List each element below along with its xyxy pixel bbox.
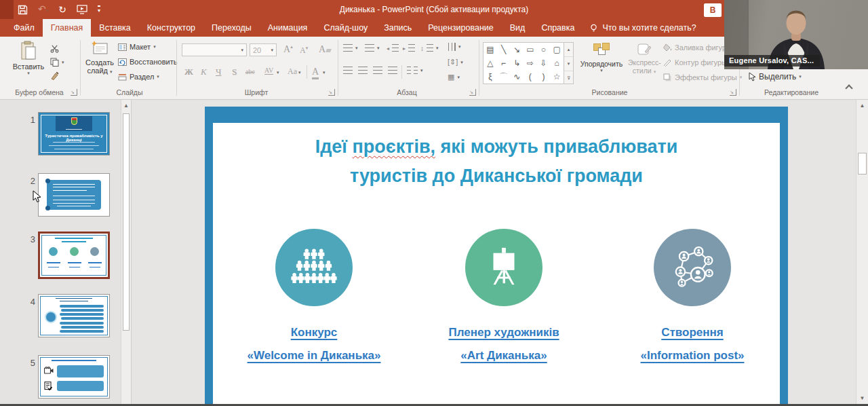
layout-button[interactable]: Макет▾ bbox=[118, 43, 156, 51]
shape-oval[interactable]: ○ bbox=[537, 43, 551, 56]
shape-rectangle[interactable]: ▭ bbox=[524, 43, 537, 56]
shape-line[interactable]: ╲ bbox=[497, 43, 511, 56]
editor-scrollbar-thumb[interactable] bbox=[858, 153, 867, 174]
tab-view[interactable]: Вид bbox=[502, 19, 534, 37]
character-spacing-button[interactable]: AV bbox=[264, 67, 273, 75]
copy-button[interactable]: ▾ bbox=[50, 58, 64, 67]
clear-formatting-button[interactable]: A bbox=[319, 44, 331, 55]
justify-button[interactable] bbox=[388, 67, 397, 75]
shapes-gallery-scroll[interactable]: ▴ ▾ ⊽ bbox=[564, 42, 574, 84]
slide-title-textbox[interactable]: Ідеї проєктів, які можуть приваблювати т… bbox=[213, 132, 780, 191]
slide-canvas[interactable]: Ідеї проєктів, які можуть приваблювати т… bbox=[205, 107, 788, 406]
shape-left-brace[interactable]: ( bbox=[524, 70, 537, 84]
shape-fill-button[interactable]: Заливка фигур bbox=[663, 43, 726, 52]
editor-scroll-up-icon[interactable]: ▲ bbox=[857, 100, 867, 111]
shape-right-brace[interactable]: ) bbox=[537, 70, 551, 84]
shape-outline-button[interactable]: Контур фигуры bbox=[663, 58, 727, 67]
shape-scribble[interactable]: ξ bbox=[484, 70, 497, 84]
project-item-plein-air[interactable]: Пленер художників «Art Диканька» bbox=[416, 229, 592, 367]
collapse-ribbon-icon[interactable] bbox=[845, 84, 852, 92]
editor-scroll-down-icon[interactable]: ▼ bbox=[857, 393, 867, 403]
drawing-dialog-launcher[interactable]: ↘ bbox=[730, 89, 736, 96]
paragraph-dialog-launcher[interactable]: ↘ bbox=[469, 89, 476, 96]
arrange-button[interactable]: Упорядочить ▾ bbox=[579, 42, 624, 73]
tab-insert[interactable]: Вставка bbox=[91, 19, 138, 37]
thumbnails-scrollbar[interactable]: ▲ bbox=[121, 100, 131, 404]
grow-font-button[interactable]: A▴ bbox=[283, 44, 293, 55]
text-shadow-button[interactable]: S bbox=[232, 67, 237, 77]
slide-thumbnail-3-selected[interactable] bbox=[38, 232, 110, 279]
shape-rounded-rectangle[interactable]: ▢ bbox=[550, 43, 564, 56]
tab-file[interactable]: Файл bbox=[5, 19, 43, 37]
sign-in-button[interactable]: В bbox=[704, 3, 722, 17]
shape-textbox[interactable]: ▤ bbox=[484, 43, 497, 56]
section-button[interactable]: Раздел▾ bbox=[118, 73, 159, 81]
increase-indent-button[interactable]: ▸ bbox=[403, 44, 415, 52]
tab-animations[interactable]: Анимация bbox=[260, 19, 316, 37]
slide-thumbnail-5[interactable] bbox=[38, 355, 110, 399]
slide-thumbnail-1[interactable]: Туристична привабливість у Диканці bbox=[38, 112, 110, 155]
shapes-scroll-up-icon[interactable]: ▴ bbox=[564, 43, 573, 57]
quick-styles-button[interactable]: Экспресс- стили ▾ bbox=[628, 42, 660, 75]
tab-slideshow[interactable]: Слайд-шоу bbox=[315, 19, 376, 37]
project-item-contest[interactable]: Конкурс «Welcome in Диканька» bbox=[226, 229, 402, 367]
font-color-dropdown[interactable]: ▾ bbox=[323, 70, 326, 75]
shape-star[interactable]: ☆ bbox=[550, 70, 564, 84]
decrease-indent-button[interactable]: ◂ bbox=[387, 44, 399, 52]
convert-smartart-button[interactable]: ▦▾ bbox=[448, 73, 460, 81]
editor-scrollbar[interactable]: ▲ ▼ bbox=[856, 100, 868, 404]
italic-button[interactable]: К bbox=[201, 67, 207, 77]
shapes-scroll-down-icon[interactable]: ▾ bbox=[564, 57, 573, 71]
font-name-combobox[interactable]: ▾ bbox=[182, 43, 247, 56]
project-item-info-post[interactable]: Створення «Information post» bbox=[604, 229, 781, 367]
tab-record[interactable]: Запись bbox=[376, 19, 420, 37]
thumbnails-scrollbar-thumb[interactable] bbox=[123, 113, 130, 331]
font-dialog-launcher[interactable]: ↘ bbox=[328, 89, 335, 96]
tab-home[interactable]: Главная bbox=[43, 19, 92, 37]
slide-thumbnail-4[interactable] bbox=[38, 294, 110, 337]
shrink-font-button[interactable]: A▾ bbox=[300, 45, 308, 56]
align-text-button[interactable]: [⇕]▾ bbox=[448, 58, 463, 67]
reset-button[interactable]: Восстановить bbox=[118, 58, 177, 66]
font-color-button[interactable]: A bbox=[312, 67, 319, 79]
align-right-button[interactable] bbox=[373, 67, 382, 75]
tab-help[interactable]: Справка bbox=[533, 19, 583, 37]
change-case-dropdown[interactable]: ▾ bbox=[298, 70, 301, 75]
font-size-combobox[interactable]: 20▾ bbox=[250, 43, 277, 56]
shape-freeform[interactable]: ⌂ bbox=[550, 56, 564, 70]
strikethrough-button[interactable]: abc bbox=[245, 68, 255, 75]
format-painter-button[interactable] bbox=[50, 71, 59, 80]
tab-design[interactable]: Конструктор bbox=[139, 19, 203, 37]
shape-curve[interactable]: ∿ bbox=[510, 70, 524, 84]
shape-triangle[interactable]: △ bbox=[484, 56, 497, 70]
thumbnails-scroll-up-icon[interactable]: ▲ bbox=[122, 100, 130, 111]
tell-me-box[interactable]: Что вы хотите сделать? bbox=[583, 19, 703, 37]
columns-button[interactable]: ▾ bbox=[407, 67, 423, 75]
shape-elbow-arrow[interactable]: ↳ bbox=[510, 56, 524, 70]
tab-transitions[interactable]: Переходы bbox=[203, 19, 260, 37]
character-spacing-dropdown[interactable]: ▾ bbox=[277, 70, 279, 75]
shape-elbow-connector[interactable]: ⌐ bbox=[497, 56, 511, 70]
text-direction-button[interactable]: ▾ bbox=[448, 43, 461, 51]
align-center-button[interactable] bbox=[358, 67, 368, 75]
shape-arrow-down[interactable]: ⇩ bbox=[537, 56, 551, 70]
new-slide-button[interactable]: Создать слайд ▾ bbox=[84, 41, 115, 75]
bullets-button[interactable]: ▾ bbox=[343, 44, 358, 52]
shapes-more-icon[interactable]: ⊽ bbox=[564, 71, 573, 85]
shape-arrow[interactable]: ↘ bbox=[510, 43, 524, 56]
line-spacing-button[interactable]: ↕▾ bbox=[420, 44, 439, 52]
shape-arc[interactable]: ⌒ bbox=[497, 70, 511, 84]
underline-button[interactable]: Ч bbox=[216, 67, 221, 77]
bold-button[interactable]: Ж bbox=[184, 67, 193, 77]
tab-review[interactable]: Рецензирование bbox=[420, 19, 502, 37]
shape-effects-button[interactable]: Эффекты фигуры▾ bbox=[663, 73, 742, 81]
numbering-button[interactable]: ▾ bbox=[365, 44, 380, 52]
shape-arrow-right[interactable]: ⇨ bbox=[524, 56, 537, 70]
paste-button[interactable]: Вставить ▾ bbox=[9, 41, 47, 76]
align-left-button[interactable] bbox=[343, 67, 353, 75]
slide-thumbnail-2[interactable] bbox=[38, 173, 110, 217]
cut-button[interactable] bbox=[50, 44, 59, 53]
clipboard-dialog-launcher[interactable]: ↘ bbox=[71, 89, 77, 96]
change-case-button[interactable]: Aa bbox=[288, 67, 297, 77]
select-button[interactable]: Выделить▾ bbox=[749, 72, 802, 81]
